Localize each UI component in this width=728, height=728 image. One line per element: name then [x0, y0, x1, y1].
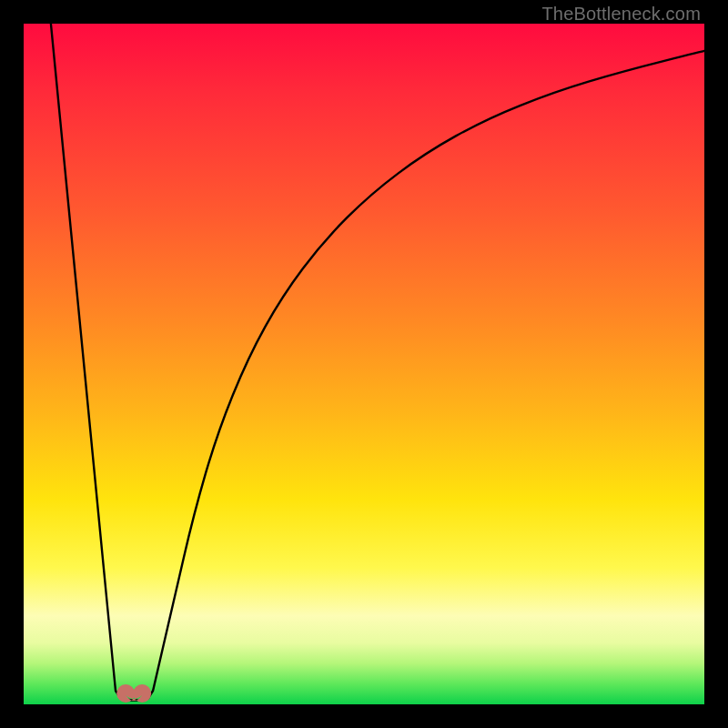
- curve-svg: [24, 24, 704, 704]
- watermark-text: TheBottleneck.com: [541, 4, 701, 25]
- chart-frame: TheBottleneck.com: [0, 0, 728, 728]
- valley-marker-icon: [116, 684, 151, 703]
- bottleneck-curve: [51, 24, 704, 701]
- plot-area: [24, 24, 704, 704]
